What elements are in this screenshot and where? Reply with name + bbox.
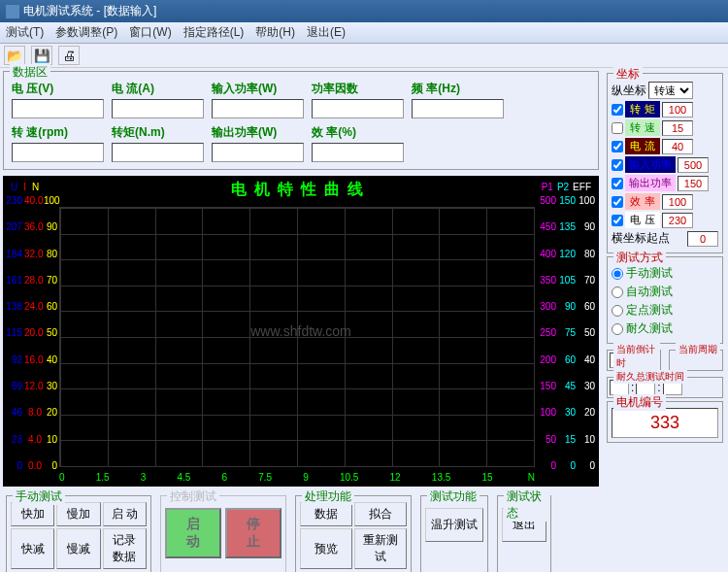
temprise-button[interactable]: 温升测试 [425, 508, 483, 542]
fast-sub-button[interactable]: 快减 [11, 528, 54, 569]
control-start-button[interactable]: 启 动 [165, 508, 221, 558]
chart-x-unit: N [528, 472, 535, 483]
coord-label-4: 输出功率 [625, 175, 676, 191]
voltage-label: 电 压(V) [12, 81, 104, 97]
coord-val-2[interactable] [662, 139, 693, 154]
current-input[interactable] [112, 99, 204, 118]
x-axis-select[interactable]: 转速 [648, 82, 693, 99]
control-stop-button[interactable]: 停 止 [225, 508, 281, 558]
chart-right-tick: 1003020 [539, 407, 597, 418]
print-icon[interactable]: 🖨 [58, 46, 80, 65]
coord-row: 电 压 [612, 212, 718, 228]
coord-check-3[interactable] [612, 159, 623, 171]
chart-right-h1: P1 [542, 182, 553, 192]
retest-button[interactable]: 重新测试 [354, 528, 407, 569]
chart-x-tick: 6 [222, 472, 228, 483]
data-button[interactable]: 数据 [300, 502, 352, 526]
menu-help[interactable]: 帮助(H) [255, 24, 295, 41]
chart-right-tick: 1504530 [539, 381, 597, 391]
save-icon[interactable]: 💾 [31, 46, 52, 65]
menu-test[interactable]: 测试(T) [6, 24, 44, 41]
efficiency-input[interactable] [312, 143, 404, 162]
preview-button[interactable]: 预览 [300, 528, 352, 569]
coord-row: 输入功率 [612, 156, 718, 173]
chart-left-tick: 13824.060 [5, 301, 57, 312]
coord-val-3[interactable] [678, 157, 709, 173]
testmode-option: 自动测试 [612, 284, 718, 300]
chart-left-tick: 9216.040 [5, 354, 57, 365]
menubar: 测试(T) 参数调整(P) 窗口(W) 指定路径(L) 帮助(H) 退出(E) [0, 22, 728, 44]
coord-row: 转 矩 [612, 101, 718, 118]
inputpower-label: 输入功率(W) [212, 81, 304, 97]
torque-input[interactable] [112, 143, 204, 162]
powerfactor-input[interactable] [312, 99, 404, 118]
menu-route[interactable]: 指定路径(L) [183, 24, 245, 41]
manual-title: 手动测试 [13, 488, 65, 505]
process-title: 处理功能 [302, 488, 354, 505]
voltage-input[interactable] [12, 99, 104, 118]
testmode-title: 测试方式 [613, 250, 666, 266]
chart-right-tick: 500150100 [539, 195, 597, 206]
coord-check-0[interactable] [612, 104, 623, 116]
record-button[interactable]: 记录数据 [103, 528, 147, 569]
chart-left-tick: 234.010 [5, 434, 57, 445]
testfn-group: 测试功能 温升测试 [420, 495, 488, 572]
current-label: 电 流(A) [112, 81, 204, 97]
chart-x-axis: 01.534.567.5910.51213.515N [59, 472, 535, 483]
coord-val-6[interactable] [662, 213, 693, 228]
speed-input[interactable] [12, 143, 104, 162]
coord-check-1[interactable] [612, 122, 623, 134]
freq-input[interactable] [412, 99, 504, 118]
chart-left-tick: 6912.030 [5, 381, 57, 391]
menu-window[interactable]: 窗口(W) [129, 24, 171, 41]
coord-val-0[interactable] [662, 102, 693, 118]
testmode-radio-0[interactable] [612, 268, 623, 280]
coord-label-0: 转 矩 [625, 101, 660, 118]
coord-check-5[interactable] [612, 196, 623, 208]
slow-sub-button[interactable]: 慢减 [56, 528, 100, 569]
freq-label: 频 率(Hz) [412, 81, 504, 97]
testmode-label-0: 手动测试 [626, 265, 673, 282]
manual-start-button[interactable]: 启 动 [103, 502, 147, 526]
chart-right-axis: 5001501004501359040012080350105703009060… [539, 195, 597, 471]
menu-param[interactable]: 参数调整(P) [55, 24, 117, 41]
coord-row: 转 速 [612, 119, 718, 136]
coord-label-5: 效 率 [625, 193, 660, 210]
x-origin-input[interactable] [687, 231, 718, 247]
chart-x-tick: 4.5 [177, 472, 190, 483]
fit-button[interactable]: 拟合 [354, 502, 407, 526]
chart-right-tick: 40012080 [539, 249, 597, 259]
titlebar: 电机测试系统 - [数据输入] [0, 0, 728, 22]
coord-val-4[interactable] [678, 176, 709, 191]
coord-check-2[interactable] [612, 141, 623, 152]
coord-check-4[interactable] [612, 178, 623, 189]
motorid-input[interactable] [612, 408, 718, 438]
chart-right-tick: 3009060 [539, 301, 597, 312]
testmode-label-3: 耐久测试 [626, 320, 673, 337]
menu-exit[interactable]: 退出(E) [307, 24, 346, 41]
coord-label-3: 输入功率 [625, 156, 676, 173]
testmode-option: 耐久测试 [612, 320, 718, 337]
testmode-radio-3[interactable] [612, 323, 623, 335]
powerfactor-label: 功率因数 [312, 81, 404, 97]
motorid-group: 电机编号 [607, 401, 723, 443]
chart-left-h1: U [11, 182, 17, 192]
coord-val-1[interactable] [662, 120, 693, 136]
inputpower-input[interactable] [212, 99, 304, 118]
fast-add-button[interactable]: 快加 [11, 502, 54, 526]
chart-x-tick: 1.5 [96, 472, 110, 483]
coord-check-6[interactable] [612, 215, 623, 226]
outputpower-input[interactable] [212, 143, 304, 162]
chart-left-tick: 468.020 [5, 407, 57, 418]
chart-x-tick: 7.5 [258, 472, 272, 483]
coord-val-5[interactable] [662, 194, 693, 210]
open-icon[interactable]: 📂 [4, 46, 25, 65]
testmode-radio-2[interactable] [612, 305, 623, 317]
testmode-radio-1[interactable] [612, 286, 623, 298]
testmode-label-1: 自动测试 [626, 284, 673, 300]
slow-add-button[interactable]: 慢加 [56, 502, 100, 526]
testmode-option: 手动测试 [612, 265, 718, 282]
chart-right-tick: 2006040 [539, 354, 597, 365]
window-title: 电机测试系统 - [数据输入] [23, 3, 156, 19]
testmode-group: 测试方式 手动测试自动测试定点测试耐久测试 [607, 256, 723, 344]
